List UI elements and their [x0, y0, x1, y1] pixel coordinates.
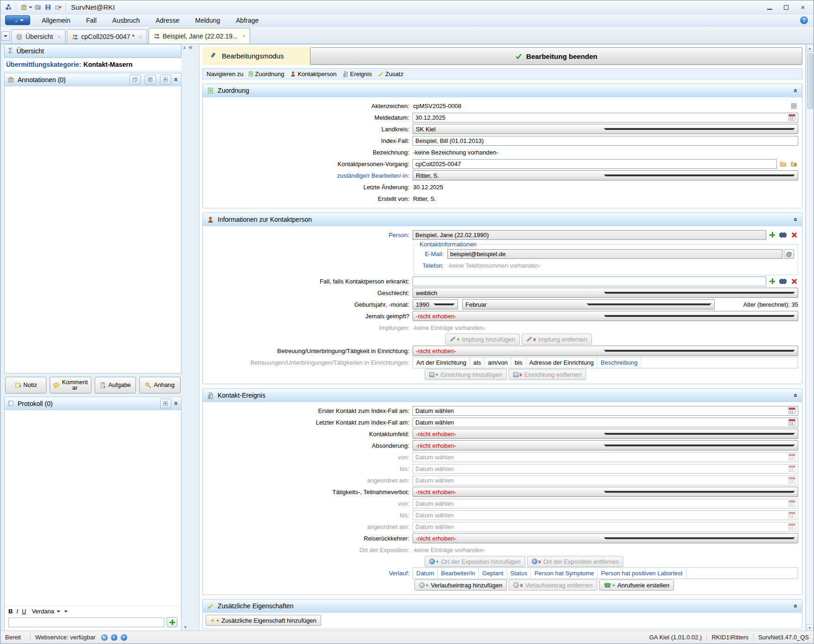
help-icon[interactable]: ? — [121, 634, 127, 641]
minimize-button[interactable] — [762, 2, 777, 13]
fit-view-button[interactable] — [160, 399, 171, 408]
einrichtung-hinzufuegen-button[interactable]: + Einrichtung hinzufügen — [425, 369, 507, 380]
menu-allgemein[interactable]: Allgemein — [34, 14, 78, 26]
person-input[interactable]: Beispiel, Jane (22.02.1990) — [413, 230, 766, 240]
erster-kontakt-input[interactable]: Datum wählen — [413, 406, 798, 416]
fit-view-button[interactable] — [160, 75, 171, 84]
menu-meldung[interactable]: Meldung — [187, 14, 228, 26]
column-header[interactable]: als — [470, 357, 485, 368]
notiz-button[interactable]: Notiz — [5, 377, 46, 393]
tab-close-icon[interactable]: × — [242, 32, 245, 39]
nav-zusatz[interactable]: Zusatz — [376, 71, 405, 77]
column-header[interactable]: Status — [507, 568, 531, 579]
column-header[interactable]: bis — [511, 357, 526, 368]
italic-button[interactable]: I — [16, 608, 18, 615]
open-folder-icon[interactable] — [778, 159, 788, 168]
tab-uebersicht[interactable]: Übersicht × — [11, 29, 65, 44]
remove-fall-icon[interactable] — [789, 277, 798, 286]
sidebar-splitter[interactable]: ▲ « ▼ — [181, 44, 199, 631]
scroll-up-icon[interactable]: ▲ — [807, 45, 814, 52]
info-icon[interactable]: i — [111, 634, 117, 641]
menu-fall[interactable]: Fall — [78, 14, 104, 26]
impfung-entfernen-button[interactable]: x Impfung entfernen — [522, 334, 592, 345]
letzter-kontakt-input[interactable]: Datum wählen — [413, 418, 798, 427]
help-icon[interactable]: ? — [800, 16, 808, 24]
nav-kontaktperson[interactable]: Kontaktperson — [288, 71, 338, 77]
column-header[interactable]: Person hat positiven Labortest — [598, 568, 686, 579]
geburtsmonat-select[interactable]: Februar — [462, 299, 715, 309]
column-header[interactable]: Adresse der Einrichtung — [526, 357, 598, 368]
column-header[interactable]: Person hat Symptome — [531, 568, 598, 579]
new-record-icon[interactable] — [19, 3, 28, 12]
menu-adresse[interactable]: Adresse — [148, 14, 187, 26]
scrollbar-thumb[interactable] — [807, 53, 813, 109]
column-header[interactable]: Bearbeiter/in — [438, 568, 479, 579]
email-input[interactable]: beispiel@beispiel.de — [447, 249, 782, 259]
ort-entfernen-button[interactable]: x Ort der Exposition entfernen — [527, 556, 624, 567]
nav-ereignis[interactable]: Ereignis — [341, 71, 374, 77]
collapse-section-icon[interactable]: « — [792, 393, 799, 397]
add-person-icon[interactable] — [768, 230, 777, 239]
column-header[interactable]: Geplant — [479, 568, 507, 579]
export-icon[interactable] — [53, 3, 63, 12]
impfung-hinzufuegen-button[interactable]: + Impfung hinzufügen — [445, 334, 520, 345]
verbot-select[interactable]: -nicht erhoben- — [413, 487, 798, 497]
collapse-sidebar-icon[interactable]: « — [188, 44, 193, 50]
note-input[interactable] — [8, 618, 164, 627]
webservice-status-icon[interactable]: ↻ — [101, 634, 108, 641]
menu-abfrage[interactable]: Abfrage — [228, 14, 266, 26]
font-size-dropdown-icon[interactable] — [64, 611, 68, 614]
vertical-scrollbar[interactable]: ▲ ▼ — [806, 44, 814, 631]
menu-ausbruch[interactable]: Ausbruch — [104, 14, 148, 26]
underline-button[interactable]: U — [22, 608, 26, 615]
column-header[interactable]: am/von — [485, 357, 511, 368]
indexfall-input[interactable]: Beispiel, Bill (01.01.2013) — [413, 136, 798, 146]
calendar-icon[interactable] — [788, 114, 795, 121]
remove-person-icon[interactable] — [789, 230, 798, 239]
search-person-icon[interactable] — [778, 230, 788, 239]
collapse-section-icon[interactable]: « — [792, 89, 799, 92]
kommentar-button[interactable]: Kommentar — [50, 377, 91, 393]
bearbeiter-select[interactable]: Ritter, S. — [413, 170, 798, 180]
tab-list-dropdown[interactable] — [1, 32, 10, 41]
close-button[interactable]: × — [795, 2, 811, 13]
column-header[interactable]: Datum — [413, 568, 438, 579]
tab-cpcoll[interactable]: cpColl2025-0047 * × — [67, 29, 147, 44]
open-record-icon[interactable] — [789, 101, 798, 110]
collapse-panel-icon[interactable]: « — [173, 77, 180, 81]
maximize-button[interactable] — [778, 2, 794, 13]
nav-zuordnung[interactable]: Zuordnung — [246, 71, 286, 77]
finish-editing-button[interactable]: Bearbeitung beenden — [310, 47, 802, 65]
geschlecht-select[interactable]: weiblich — [413, 288, 798, 298]
tab-close-icon[interactable]: × — [139, 33, 142, 40]
zusatz-eigenschaft-hinzufuegen-button[interactable]: ★+ Zusätzliche Eigenschaft hinzufügen — [206, 615, 321, 626]
column-header[interactable]: Art der Einrichtung — [413, 357, 470, 368]
new-record-dropdown-icon[interactable] — [29, 6, 32, 10]
scroll-up-icon[interactable]: ▲ — [182, 45, 187, 50]
absonderung-select[interactable]: -nicht erhoben- — [413, 440, 798, 451]
landkreis-select[interactable]: SK Kiel — [413, 124, 798, 134]
betreuung-select[interactable]: -nicht erhoben- — [413, 346, 798, 356]
email-at-icon[interactable]: @ — [784, 249, 794, 259]
collapse-section-icon[interactable]: « — [792, 604, 799, 608]
cascade-view-button[interactable] — [129, 75, 141, 84]
collapse-panel-icon[interactable]: « — [173, 401, 180, 405]
grid-view-button[interactable] — [145, 75, 156, 84]
reiserueckkehrer-select[interactable]: -nicht erhoben- — [413, 533, 798, 543]
save-icon[interactable] — [43, 3, 52, 12]
add-note-button[interactable] — [167, 617, 177, 627]
goto-vorgang-icon[interactable] — [789, 159, 798, 168]
verlaufseintrag-hinzufuegen-button[interactable]: + Verlaufseintrag hinzufügen — [414, 580, 507, 591]
meldedatum-input[interactable]: 30.12.2025 — [413, 113, 798, 122]
calendar-icon[interactable] — [788, 419, 795, 425]
font-select[interactable]: Verdana — [32, 608, 60, 615]
add-fall-icon[interactable] — [768, 277, 777, 286]
calendar-icon[interactable] — [788, 407, 795, 414]
scroll-down-icon[interactable]: ▼ — [183, 625, 187, 630]
column-header[interactable]: Beschreibung — [597, 357, 641, 368]
anhang-button[interactable]: Anhang — [139, 377, 181, 393]
tab-beispiel-jane[interactable]: Beispiel, Jane (22.02.19... × — [149, 28, 250, 44]
aufgabe-button[interactable]: Aufgabe — [95, 377, 136, 393]
vorgang-input[interactable]: cpColl2025-0047 — [413, 159, 777, 169]
geimpft-select[interactable]: -nicht erhoben- — [413, 311, 798, 321]
